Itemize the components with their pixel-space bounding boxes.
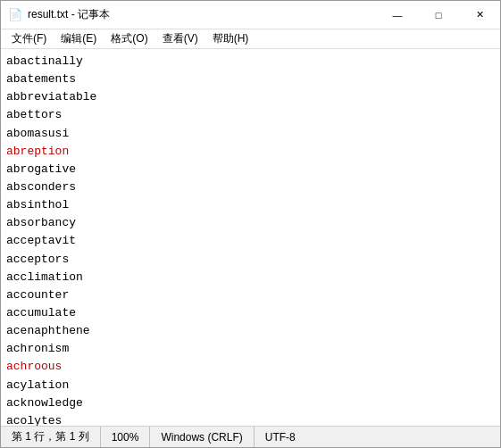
word-line: abatements xyxy=(3,71,498,88)
status-position: 第 1 行，第 1 列 xyxy=(1,427,101,447)
word-line: abbreviatable xyxy=(3,88,498,106)
word-line: abrogative xyxy=(3,161,498,178)
word-line: absinthol xyxy=(3,196,498,214)
notepad-window: 📄 result.txt - 记事本 — □ ✕ 文件(F) 编辑(E) 格式(… xyxy=(0,0,501,448)
title-bar-left: 📄 result.txt - 记事本 xyxy=(8,7,110,22)
word-line: acclimation xyxy=(3,269,498,286)
title-bar: 📄 result.txt - 记事本 — □ ✕ xyxy=(1,1,500,29)
word-line: absorbancy xyxy=(3,214,498,232)
status-line-ending: Windows (CRLF) xyxy=(150,427,254,447)
window-title: result.txt - 记事本 xyxy=(28,7,110,22)
status-bar: 第 1 行，第 1 列 100% Windows (CRLF) UTF-8 xyxy=(1,426,500,447)
status-encoding: UTF-8 xyxy=(255,427,306,447)
word-line: abreption xyxy=(3,143,498,161)
menu-help[interactable]: 帮助(H) xyxy=(205,29,256,48)
status-zoom: 100% xyxy=(101,427,151,447)
word-line: abettors xyxy=(3,106,498,124)
text-editor[interactable]: abactinallyabatementsabbreviatableabetto… xyxy=(1,49,500,426)
menu-format[interactable]: 格式(O) xyxy=(104,29,154,48)
maximize-button[interactable]: □ xyxy=(418,1,459,29)
word-line: acolytes xyxy=(3,412,498,426)
title-controls: — □ ✕ xyxy=(377,1,500,29)
word-line: achronism xyxy=(3,340,498,358)
word-line: absconders xyxy=(3,178,498,196)
word-line: acknowledge xyxy=(3,394,498,412)
word-line: accumulate xyxy=(3,304,498,322)
editor-area: abactinallyabatementsabbreviatableabetto… xyxy=(1,49,500,426)
word-line: acceptavit xyxy=(3,232,498,250)
word-line: acceptors xyxy=(3,251,498,269)
word-line: acenaphthene xyxy=(3,322,498,340)
word-line: abactinally xyxy=(3,53,498,71)
menu-file[interactable]: 文件(F) xyxy=(4,29,54,48)
word-line: achroous xyxy=(3,358,498,376)
menu-bar: 文件(F) 编辑(E) 格式(O) 查看(V) 帮助(H) xyxy=(1,29,500,49)
close-button[interactable]: ✕ xyxy=(459,1,500,29)
word-line: abomasusi xyxy=(3,125,498,143)
menu-edit[interactable]: 编辑(E) xyxy=(54,29,104,48)
minimize-button[interactable]: — xyxy=(377,1,418,29)
app-icon: 📄 xyxy=(8,8,22,22)
menu-view[interactable]: 查看(V) xyxy=(155,29,205,48)
word-line: accounter xyxy=(3,286,498,304)
word-line: acylation xyxy=(3,377,498,394)
